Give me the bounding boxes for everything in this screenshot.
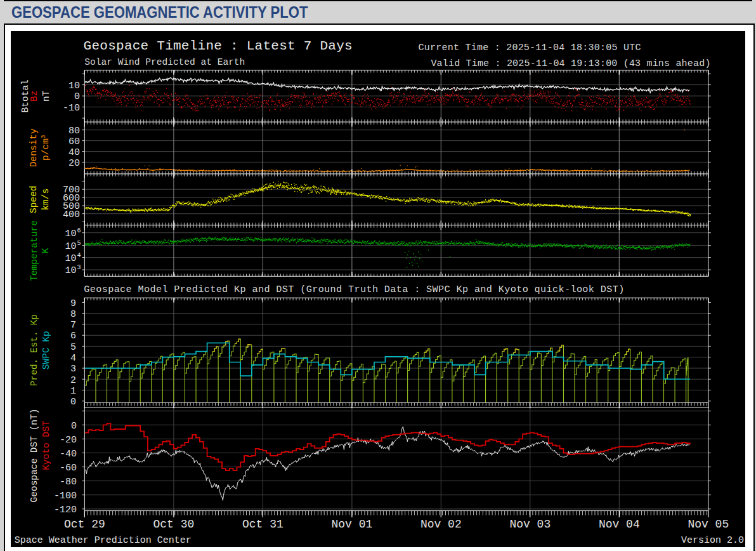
svg-text:Density: Density (29, 128, 39, 167)
svg-text:-60: -60 (60, 463, 77, 474)
svg-text:Speed: Speed (29, 185, 39, 213)
svg-text:-120: -120 (54, 505, 77, 515)
svg-text:3: 3 (70, 364, 76, 375)
svg-text:Bz: Bz (29, 91, 39, 102)
svg-text:km/s: km/s (41, 189, 51, 211)
svg-text:Pred. Est. Kp: Pred. Est. Kp (29, 314, 39, 386)
svg-text:4: 4 (70, 353, 76, 364)
svg-text:1: 1 (70, 386, 76, 397)
svg-text:0: 0 (70, 397, 76, 408)
svg-text:Space Weather Prediction Cente: Space Weather Prediction Center (15, 535, 192, 546)
svg-text:20: 20 (68, 158, 80, 169)
svg-text:Nov 01: Nov 01 (331, 518, 372, 531)
svg-text:60: 60 (68, 136, 80, 147)
svg-text:5: 5 (70, 342, 76, 353)
svg-text:6: 6 (70, 331, 76, 342)
svg-text:Nov 02: Nov 02 (420, 518, 462, 531)
svg-text:9: 9 (70, 298, 76, 309)
svg-text:Nov 04: Nov 04 (599, 518, 640, 531)
svg-text:5: 5 (77, 240, 81, 247)
svg-text:-80: -80 (60, 477, 77, 488)
svg-text:0: 0 (71, 421, 77, 432)
svg-text:Geospace Timeline : Latest 7 D: Geospace Timeline : Latest 7 Days (84, 39, 353, 53)
svg-text:10: 10 (65, 229, 76, 239)
svg-text:Nov 05: Nov 05 (688, 518, 729, 531)
svg-text:Kyoto DST: Kyoto DST (41, 420, 51, 470)
svg-text:3: 3 (77, 264, 81, 271)
svg-text:7: 7 (70, 320, 76, 331)
svg-text:K: K (41, 248, 51, 253)
svg-text:nT: nT (41, 90, 51, 102)
svg-text:10: 10 (68, 81, 80, 91)
svg-text:0: 0 (74, 91, 80, 102)
svg-text:p/cm3: p/cm3 (41, 135, 51, 161)
svg-text:Oct 29: Oct 29 (64, 518, 105, 531)
svg-text:Oct 31: Oct 31 (242, 518, 284, 531)
svg-text:-40: -40 (60, 449, 77, 460)
svg-text:Geospace DST (nT): Geospace DST (nT) (29, 409, 39, 503)
svg-text:-20: -20 (60, 435, 77, 446)
svg-text:10: 10 (65, 253, 76, 264)
svg-text:-100: -100 (54, 491, 77, 501)
svg-text:8: 8 (70, 309, 76, 320)
svg-text:-10: -10 (63, 103, 80, 114)
svg-text:80: 80 (68, 126, 80, 136)
svg-text:Solar Wind Predicted at Earth: Solar Wind Predicted at Earth (84, 57, 245, 67)
svg-text:400: 400 (63, 209, 80, 220)
svg-text:Valid Time : 2025-11-04 19:13:: Valid Time : 2025-11-04 19:13:00 (43 min… (431, 58, 710, 69)
svg-text:2: 2 (70, 375, 76, 386)
svg-text:Nov 03: Nov 03 (509, 518, 551, 531)
svg-text:Oct 30: Oct 30 (153, 518, 194, 531)
svg-text:Version 2.0: Version 2.0 (681, 535, 744, 546)
svg-text:Geospace Model Predicted Kp an: Geospace Model Predicted Kp and DST (Gro… (84, 284, 624, 295)
svg-text:10: 10 (65, 265, 76, 276)
svg-text:Current Time : 2025-11-04 18:3: Current Time : 2025-11-04 18:30:05 UTC (419, 43, 641, 53)
svg-text:10: 10 (65, 241, 76, 252)
svg-text:Temperature: Temperature (29, 220, 39, 281)
svg-text:SWPC Kp: SWPC Kp (41, 331, 51, 369)
svg-text:6: 6 (77, 227, 81, 234)
svg-text:40: 40 (68, 147, 80, 158)
svg-text:4: 4 (77, 252, 81, 259)
